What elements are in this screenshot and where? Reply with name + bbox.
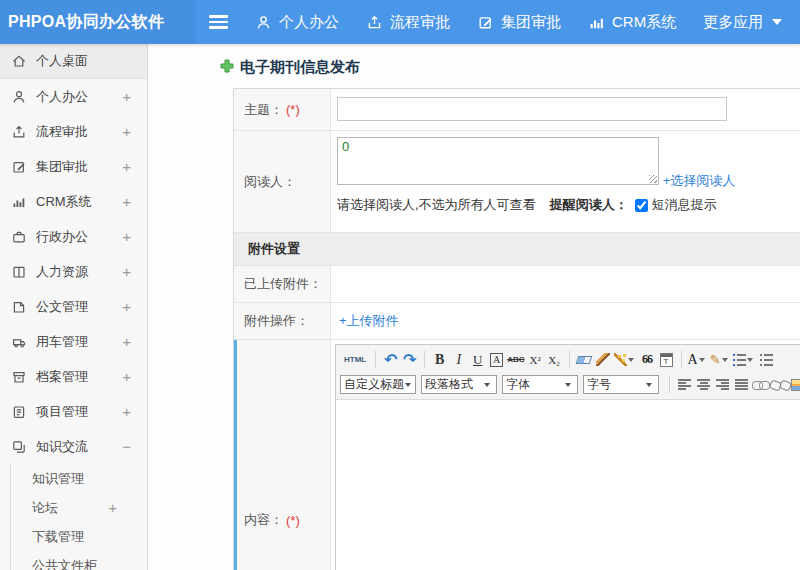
nav-label: 个人办公 xyxy=(279,13,339,32)
editor-content-body[interactable] xyxy=(336,400,800,570)
top-header: PHPOA协同办公软件 个人办公 流程审批 集团审批 CRM系统 更多应用 xyxy=(0,0,800,44)
readers-textarea[interactable]: 0 xyxy=(337,137,659,185)
strikethrough-icon[interactable] xyxy=(506,349,525,370)
auto-typeset-button[interactable] xyxy=(613,349,638,370)
sidebar-item-personal-desktop[interactable]: 个人桌面 xyxy=(0,44,147,79)
superscript-icon[interactable] xyxy=(526,349,545,370)
sidebar-item-admin-office[interactable]: 行政办公 + xyxy=(0,219,147,254)
caret-down-icon xyxy=(722,358,728,362)
expand-plus[interactable]: + xyxy=(122,403,131,420)
char-border-icon[interactable] xyxy=(490,353,503,367)
expand-plus[interactable]: + xyxy=(122,123,131,140)
sidebar-item-personal-office[interactable]: 个人办公 + xyxy=(0,79,147,114)
sidebar-item-group-approval[interactable]: 集团审批 + xyxy=(0,149,147,184)
edit-icon xyxy=(477,14,494,31)
align-left-icon[interactable] xyxy=(678,379,691,390)
required-mark: (*) xyxy=(286,102,300,117)
nav-personal-office[interactable]: 个人办公 xyxy=(255,13,339,32)
vehicle-icon xyxy=(10,333,27,350)
sidebar-item-knowledge[interactable]: 知识交流 − xyxy=(0,429,147,464)
caret-down-icon xyxy=(484,383,490,387)
expand-plus[interactable]: + xyxy=(108,499,117,516)
align-justify-icon[interactable] xyxy=(735,379,748,390)
bold-icon[interactable] xyxy=(430,349,449,370)
sidebar-subitem-public-cabinet[interactable]: 公共文件柜 xyxy=(11,551,147,570)
font-color-button[interactable] xyxy=(687,349,709,370)
add-icon xyxy=(220,59,234,76)
font-family-select[interactable]: 字体 xyxy=(502,375,578,394)
expand-plus[interactable]: + xyxy=(122,298,131,315)
caret-down-icon xyxy=(628,358,634,362)
sidebar-item-projects[interactable]: 项目管理 + xyxy=(0,394,147,429)
blockquote-icon[interactable] xyxy=(638,349,657,370)
attachment-settings-header: 附件设置 xyxy=(234,233,800,266)
paste-plain-text-icon[interactable] xyxy=(660,353,673,367)
sidebar-item-hr[interactable]: 人力资源 + xyxy=(0,254,147,289)
nav-label: 集团审批 xyxy=(501,13,561,32)
align-center-icon[interactable] xyxy=(697,379,710,390)
format-brush-icon[interactable] xyxy=(596,353,610,366)
page-title: 电子期刊信息发布 xyxy=(220,58,800,77)
sidebar-item-workflow-approval[interactable]: 流程审批 + xyxy=(0,114,147,149)
redo-icon[interactable] xyxy=(400,349,419,370)
sidebar-item-vehicles[interactable]: 用车管理 + xyxy=(0,324,147,359)
readers-label: 阅读人： xyxy=(244,173,296,191)
uploaded-attachments-row: 已上传附件： xyxy=(234,266,800,303)
subscript-icon[interactable] xyxy=(545,349,564,370)
sidebar-subitem-forum[interactable]: 论坛 + xyxy=(11,493,147,522)
underline-icon[interactable] xyxy=(468,349,487,370)
caret-down-icon xyxy=(565,383,571,387)
heading-select[interactable]: 自定义标题 xyxy=(340,375,416,394)
knowledge-icon xyxy=(10,438,27,455)
nav-more-apps[interactable]: 更多应用 xyxy=(703,13,782,32)
image-icon[interactable] xyxy=(791,379,800,391)
undo-icon[interactable] xyxy=(381,349,400,370)
toolbar-row-2: 自定义标题 段落格式 字体 字号 xyxy=(340,372,800,397)
html-source-button[interactable]: HTML xyxy=(340,349,370,370)
sidebar-item-archives[interactable]: 档案管理 + xyxy=(0,359,147,394)
ordered-list-button[interactable] xyxy=(732,349,757,370)
sidebar-item-documents[interactable]: 公文管理 + xyxy=(0,289,147,324)
required-mark: (*) xyxy=(286,513,300,528)
highlight-pen-icon xyxy=(710,352,721,367)
link-icon[interactable] xyxy=(752,380,769,390)
sidebar-subitem-knowledge-mgmt[interactable]: 知识管理 xyxy=(11,464,147,493)
upload-attachment-link[interactable]: +上传附件 xyxy=(339,312,399,330)
expand-plus[interactable]: + xyxy=(122,368,131,385)
sms-notify-checkbox[interactable] xyxy=(635,199,648,212)
expand-plus[interactable]: + xyxy=(122,158,131,175)
subject-row: 主题： (*) xyxy=(234,89,800,131)
menu-toggle-icon[interactable] xyxy=(209,15,228,29)
nav-crm-system[interactable]: CRM系统 xyxy=(588,13,676,32)
expand-plus[interactable]: + xyxy=(122,333,131,350)
align-right-icon[interactable] xyxy=(716,379,729,390)
attachment-operation-label: 附件操作： xyxy=(244,312,309,330)
expand-plus[interactable]: + xyxy=(122,193,131,210)
italic-icon[interactable] xyxy=(449,349,468,370)
subject-input[interactable] xyxy=(337,97,727,121)
expand-plus[interactable]: + xyxy=(122,88,131,105)
nav-group-approval[interactable]: 集团审批 xyxy=(477,13,561,32)
expand-plus[interactable]: + xyxy=(122,263,131,280)
briefcase-icon xyxy=(10,228,27,245)
sidebar-subitem-downloads[interactable]: 下载管理 xyxy=(11,522,147,551)
attachment-operation-row: 附件操作： +上传附件 xyxy=(234,303,800,340)
nav-workflow-approval[interactable]: 流程审批 xyxy=(366,13,450,32)
content-row: 内容： (*) HTML xyxy=(234,340,800,570)
archive-icon xyxy=(10,368,27,385)
user-icon xyxy=(255,14,272,31)
font-color-icon xyxy=(688,352,698,368)
expand-plus[interactable]: + xyxy=(122,228,131,245)
highlight-button[interactable] xyxy=(709,349,732,370)
font-size-select[interactable]: 字号 xyxy=(583,375,659,394)
paragraph-format-select[interactable]: 段落格式 xyxy=(421,375,497,394)
unordered-list-icon[interactable] xyxy=(760,354,773,366)
sidebar-item-crm[interactable]: CRM系统 + xyxy=(0,184,147,219)
content-area: 电子期刊信息发布 主题： (*) 阅读人： 0 xyxy=(148,44,800,570)
caret-down-icon xyxy=(747,358,753,362)
nav-label: 更多应用 xyxy=(703,13,763,32)
remove-format-eraser-icon[interactable] xyxy=(576,356,593,364)
unlink-icon[interactable] xyxy=(771,380,788,390)
select-readers-link[interactable]: +选择阅读人 xyxy=(663,172,736,190)
collapse-minus[interactable]: − xyxy=(122,438,131,455)
